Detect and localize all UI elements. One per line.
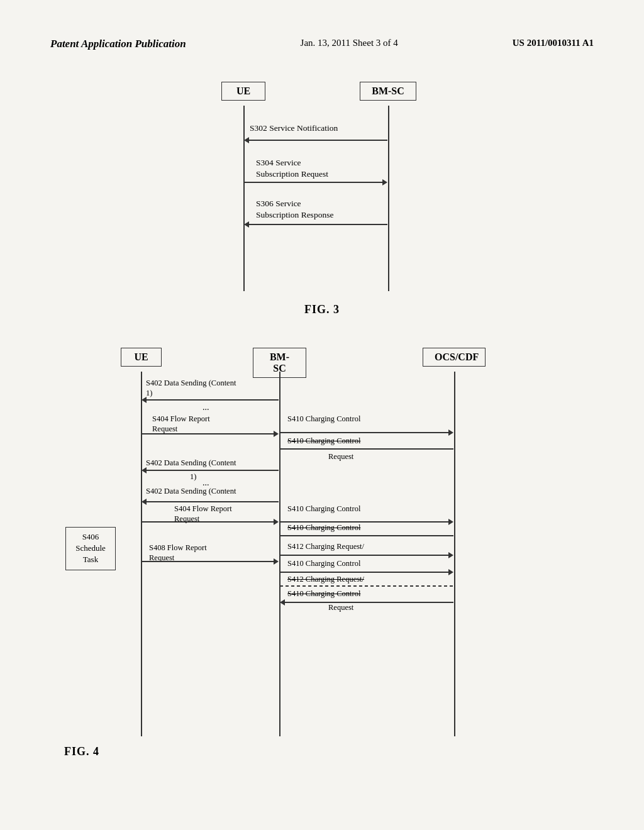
s410a-strike: S410 Charging Control <box>287 436 360 446</box>
fig3-ue-vline <box>243 106 245 291</box>
s412a-label: S412 Charging Request/ <box>287 541 364 551</box>
s410c-request: Request <box>328 602 353 612</box>
s412b-line <box>280 585 453 587</box>
s406-box: S406 Schedule Task <box>65 527 116 570</box>
fig3-diagram: UE BM-SC S302 Service Notification S304 … <box>158 82 486 296</box>
s412b-strike: S412 Charging Request/ <box>287 574 364 584</box>
publication-title: Patent Application Publication <box>50 38 186 50</box>
s402a-label: S402 Data Sending (Content1) <box>146 378 236 399</box>
dots1: ... <box>203 402 209 413</box>
s410a-arrow <box>280 429 453 436</box>
s402c-label: S402 Data Sending (Content <box>146 486 236 496</box>
fig3-section: UE BM-SC S302 Service Notification S304 … <box>50 75 594 329</box>
s412a-arrow <box>280 552 453 558</box>
fig4-ue-vline <box>141 372 142 736</box>
fig4-label: FIG. 4 <box>64 745 580 758</box>
s410a-request: Request <box>328 451 353 462</box>
s304-label: S304 ServiceSubscription Request <box>256 157 328 179</box>
s408-arrow <box>142 558 279 565</box>
s306-label: S306 ServiceSubscription Response <box>256 198 333 220</box>
s404a-arrow <box>142 431 279 437</box>
s306-arrow <box>244 221 387 228</box>
page-header: Patent Application Publication Jan. 13, … <box>50 38 594 50</box>
fig3-bmsc-vline <box>388 106 389 291</box>
s410a-strike-arrow <box>280 448 453 450</box>
fig4-ocs-box: OCS/CDF <box>423 348 486 367</box>
fig3-ue-box: UE <box>221 82 265 101</box>
s410a-label: S410 Charging Control <box>287 414 360 424</box>
fig4-section: UE BM-SC OCS/CDF S402 Data Sending (Cont… <box>50 348 594 771</box>
s402b-1: 1) <box>190 472 196 482</box>
fig3-label: FIG. 3 <box>304 303 340 316</box>
s304-arrow <box>244 179 387 185</box>
s410b-label: S410 Charging Control <box>287 504 360 514</box>
s302-label: S302 Service Notification <box>250 123 338 134</box>
s404b-arrow <box>142 519 279 525</box>
fig3-bmsc-box: BM-SC <box>360 82 416 101</box>
s410b-strike: S410 Charging Control <box>287 523 360 533</box>
fig4-ocs-vline <box>454 372 455 736</box>
s410c-back-label: S410 Charging Control <box>287 589 360 599</box>
fig4-diagram: UE BM-SC OCS/CDF S402 Data Sending (Cont… <box>64 348 580 738</box>
s410b-strike-arrow <box>280 535 453 536</box>
publication-number: US 2011/0010311 A1 <box>513 38 594 48</box>
s302-arrow <box>244 137 387 143</box>
fig4-ue-box: UE <box>121 348 162 367</box>
s402b-label: S402 Data Sending (Content <box>146 458 236 468</box>
page: Patent Application Publication Jan. 13, … <box>0 0 644 830</box>
s402a-arrow <box>142 397 279 403</box>
publication-date-sheet: Jan. 13, 2011 Sheet 3 of 4 <box>301 38 398 48</box>
s402b-arrow <box>142 467 279 473</box>
s410c-back-arrow <box>280 599 453 606</box>
fig4-outer: UE BM-SC OCS/CDF S402 Data Sending (Cont… <box>64 348 580 771</box>
s410c-label: S410 Charging Control <box>287 558 360 568</box>
